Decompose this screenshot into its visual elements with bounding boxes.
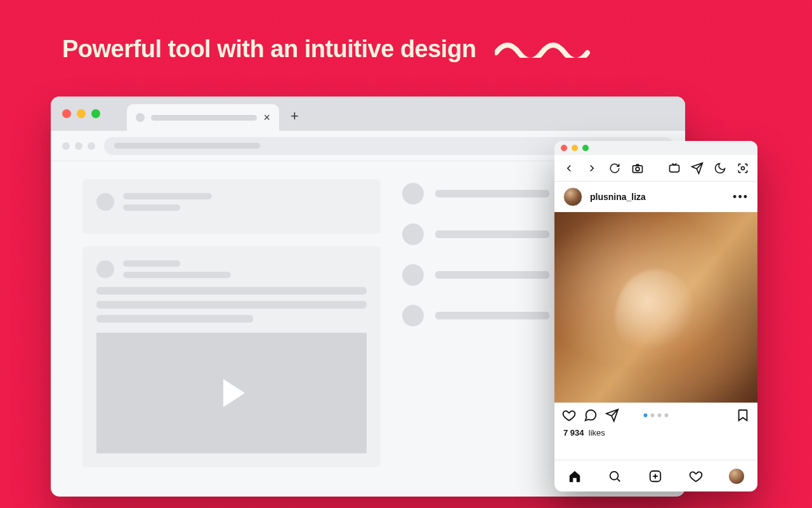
- camera-icon[interactable]: [631, 161, 645, 175]
- pager-dot: [665, 413, 669, 417]
- text-placeholder: [123, 204, 180, 211]
- app-titlebar: [554, 141, 757, 155]
- tab-close-button[interactable]: ×: [263, 111, 270, 124]
- window-controls: [62, 109, 100, 118]
- app-tabbar: [554, 460, 757, 491]
- activity-tab[interactable]: [689, 469, 703, 483]
- avatar-placeholder: [96, 193, 114, 211]
- window-zoom-button[interactable]: [582, 145, 589, 151]
- likes-label: likes: [589, 428, 605, 438]
- window-minimize-button[interactable]: [572, 145, 578, 151]
- create-tab[interactable]: [648, 469, 662, 483]
- pager-dot: [658, 413, 662, 417]
- home-tab[interactable]: [568, 469, 582, 483]
- text-placeholder: [123, 272, 231, 278]
- reload-button[interactable]: [608, 161, 622, 175]
- scan-icon[interactable]: [736, 161, 750, 175]
- post-photo[interactable]: [554, 212, 757, 403]
- video-placeholder[interactable]: [96, 333, 367, 453]
- text-placeholder: [96, 301, 367, 309]
- text-placeholder: [96, 315, 253, 323]
- post-username[interactable]: plusnina_liza: [590, 192, 646, 202]
- svg-point-4: [610, 471, 619, 479]
- send-icon[interactable]: [690, 161, 704, 175]
- comment-button[interactable]: [584, 408, 598, 422]
- text-placeholder: [123, 260, 180, 267]
- likes-row: 7 934 likes: [554, 428, 757, 443]
- new-tab-button[interactable]: +: [291, 108, 299, 124]
- share-button[interactable]: [605, 408, 619, 422]
- window-close-button[interactable]: [561, 145, 567, 151]
- svg-rect-0: [633, 165, 643, 172]
- feed-card: [82, 179, 381, 234]
- feed-card: [82, 246, 381, 467]
- tab-title-placeholder: [151, 115, 257, 121]
- feed-column: [82, 179, 381, 467]
- post-header: plusnina_liza •••: [554, 182, 757, 212]
- play-icon: [223, 379, 245, 407]
- post-more-button[interactable]: •••: [733, 190, 749, 204]
- browser-tabbar: × +: [51, 97, 685, 131]
- likes-count: 7 934: [563, 428, 584, 438]
- tv-icon[interactable]: [667, 161, 681, 175]
- text-placeholder: [123, 193, 212, 199]
- tab-favicon: [136, 113, 145, 122]
- window-close-button[interactable]: [62, 109, 71, 118]
- svg-line-5: [618, 479, 620, 481]
- squiggle-decoration: [495, 41, 596, 58]
- app-window: plusnina_liza ••• 7 934: [554, 141, 757, 491]
- hero-title-text: Powerful tool with an intuitive design: [62, 36, 476, 63]
- forward-button[interactable]: [585, 161, 599, 175]
- search-tab[interactable]: [608, 469, 622, 483]
- svg-point-1: [636, 167, 639, 171]
- app-toolbar: [554, 155, 757, 182]
- like-button[interactable]: [562, 408, 576, 422]
- window-zoom-button[interactable]: [91, 109, 100, 118]
- url-placeholder: [114, 143, 260, 149]
- avatar-placeholder: [96, 260, 114, 278]
- moon-icon[interactable]: [713, 161, 727, 175]
- text-placeholder: [96, 287, 367, 295]
- carousel-pager: [644, 413, 669, 417]
- back-button[interactable]: [562, 161, 576, 175]
- pager-dot: [644, 413, 648, 417]
- post-avatar[interactable]: [563, 187, 582, 206]
- nav-buttons-placeholder: [62, 142, 95, 150]
- hero-headline: Powerful tool with an intuitive design: [62, 36, 596, 63]
- bookmark-button[interactable]: [736, 408, 750, 422]
- svg-point-3: [742, 166, 745, 170]
- svg-rect-2: [670, 165, 679, 172]
- browser-tab-active[interactable]: ×: [127, 104, 279, 131]
- post-actions: [554, 403, 757, 428]
- window-minimize-button[interactable]: [77, 109, 86, 118]
- profile-tab[interactable]: [729, 469, 744, 484]
- pager-dot: [651, 413, 655, 417]
